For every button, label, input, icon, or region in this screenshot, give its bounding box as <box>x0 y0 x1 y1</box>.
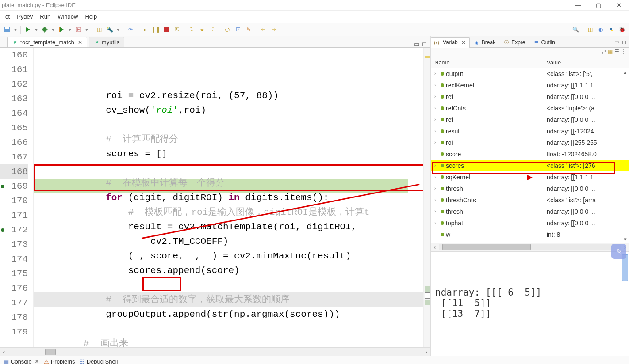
variable-row[interactable]: scorefloat: -12024658.0 <box>431 148 629 160</box>
expand-icon[interactable]: › <box>434 194 439 206</box>
skip-breakpoints-icon[interactable]: ↷ <box>126 25 135 34</box>
task-icon[interactable]: ☑ <box>234 25 242 34</box>
maximize-view-icon[interactable]: ◻ <box>622 39 626 45</box>
step-into-icon[interactable]: ⤵ <box>187 25 196 34</box>
line-number[interactable]: 178 <box>0 310 28 325</box>
disconnect-icon[interactable]: ⇱ <box>173 25 181 34</box>
expand-icon[interactable]: › <box>434 171 439 183</box>
menu-item-window[interactable]: Window <box>54 11 81 22</box>
forward-icon[interactable]: ⇨ <box>269 25 278 34</box>
line-number[interactable]: 166 <box>0 135 28 150</box>
code-line[interactable]: scores.append(score) <box>34 263 423 278</box>
dropdown-icon[interactable]: ▾ <box>34 25 38 34</box>
line-number[interactable]: 175 <box>0 266 28 281</box>
minimize-view-icon[interactable]: ▭ <box>414 41 419 47</box>
variable-row[interactable]: ›thresh_ndarray: [[0 0 0 ... <box>431 206 629 217</box>
dropdown-icon[interactable]: ▾ <box>116 25 120 34</box>
suspend-icon[interactable]: ❚❚ <box>151 25 160 34</box>
dropdown-icon[interactable]: ▾ <box>68 25 72 34</box>
variable-row[interactable]: ›threshndarray: [[0 0 0 ... <box>431 183 629 194</box>
resume-icon[interactable]: ▸ <box>141 25 150 34</box>
code-line[interactable]: # 得到最合适的数字，获取最大系数的顺序 <box>34 292 423 307</box>
step-over-icon[interactable]: ⤼ <box>198 25 207 34</box>
expand-icon[interactable]: › <box>434 137 439 148</box>
line-number[interactable]: 171 <box>0 208 28 223</box>
show-type-icon[interactable]: ⇄ <box>602 49 606 57</box>
collapse-all-icon[interactable]: ▦ <box>608 49 613 57</box>
line-number[interactable]: 165 <box>0 121 28 135</box>
menu-item-help[interactable]: Help <box>81 11 100 22</box>
ext-tools-icon[interactable] <box>74 25 83 34</box>
minimize-button[interactable]: — <box>568 0 588 11</box>
variable-row[interactable]: ›resultndarray: [[-12024 <box>431 125 629 137</box>
close-icon[interactable]: ✕ <box>461 39 466 46</box>
code-line[interactable] <box>34 161 423 176</box>
perspective-icon[interactable]: ◫ <box>586 25 594 34</box>
variable-row[interactable]: ›rectKernelndarray: [[1 1 1 1 <box>431 80 629 91</box>
code-line[interactable]: # 在模板中计算每一个得分 <box>34 176 423 190</box>
variable-row[interactable]: ›roindarray: [[255 255 <box>431 137 629 148</box>
variable-row[interactable]: ›scores<class 'list'>: [276 <box>431 160 629 171</box>
maximize-button[interactable]: ▢ <box>588 0 609 11</box>
expand-icon[interactable]: › <box>434 160 439 171</box>
line-number[interactable]: 163 <box>0 91 28 106</box>
save-icon[interactable] <box>3 25 12 34</box>
expand-icon[interactable]: › <box>434 80 439 91</box>
column-value[interactable]: Value <box>543 57 629 68</box>
code-line[interactable]: # 画出来 <box>34 336 423 347</box>
expand-icon[interactable]: › <box>434 68 439 80</box>
maximize-view-icon[interactable]: ◻ <box>422 41 427 47</box>
line-number[interactable]: 179 <box>0 325 28 339</box>
scroll-right-icon[interactable]: › <box>422 348 430 356</box>
floating-feedback-icon[interactable]: ✎ <box>611 244 626 259</box>
scroll-up-icon[interactable]: ▴ <box>622 69 628 76</box>
debug-perspective-icon[interactable]: 🐞 <box>617 25 626 34</box>
variable-row[interactable]: ›output<class 'list'>: ['5', <box>431 68 629 80</box>
warning-marker[interactable] <box>425 56 430 58</box>
code-line[interactable] <box>34 278 423 292</box>
menu-item-ct[interactable]: ct <box>2 11 13 22</box>
code-line[interactable]: scores = [] <box>34 147 423 161</box>
line-number[interactable]: 173 <box>0 237 28 252</box>
code-line[interactable]: cv2.TM_CCOEFF) <box>34 234 423 249</box>
code-line[interactable]: groupOutput.append(str(np.argmax(scores)… <box>34 307 423 322</box>
line-number[interactable]: 177 <box>0 296 28 310</box>
code-line[interactable]: (_, score, _, _) = cv2.minMaxLoc(result) <box>34 249 423 263</box>
minimize-view-icon[interactable]: ▭ <box>614 39 619 45</box>
tab-debug-shell[interactable]: ☷ Debug Shell <box>80 358 118 364</box>
variable-detail-view[interactable]: ndarray: [[[ 6 5]] [[11 5]] [[13 7]] <box>431 252 629 356</box>
variable-row[interactable]: wint: 8 <box>431 229 629 240</box>
tab-problems[interactable]: ⚠ Problems <box>44 358 75 364</box>
expand-icon[interactable]: › <box>434 114 439 125</box>
line-number[interactable]: 164 <box>0 106 28 121</box>
line-number[interactable]: 168 <box>0 164 28 179</box>
dropdown-icon[interactable]: ▾ <box>84 25 89 34</box>
java-perspective-icon[interactable]: ◐ <box>596 25 605 34</box>
code-line[interactable]: cv_show('roi',roi) <box>34 103 423 118</box>
dropdown-icon[interactable]: ▾ <box>13 25 18 34</box>
expand-icon[interactable]: › <box>434 183 439 194</box>
view-menu-icon[interactable]: ☰ <box>614 49 619 57</box>
variables-v-scrollbar[interactable]: ▴ ▾ <box>622 69 628 243</box>
terminate-icon[interactable] <box>162 25 171 34</box>
menu-item-run[interactable]: Run <box>36 11 54 22</box>
scroll-down-icon[interactable]: ▾ <box>622 236 628 243</box>
variables-table[interactable]: Name Value ›output<class 'list'>: ['5',›… <box>431 57 629 252</box>
line-number[interactable]: 161 <box>0 62 28 77</box>
expand-icon[interactable]: › <box>434 217 439 229</box>
line-number[interactable]: 160 <box>0 48 28 62</box>
line-number[interactable]: 167 <box>0 150 28 164</box>
dropdown-icon[interactable]: ▾ <box>51 25 55 34</box>
scroll-left-icon[interactable]: ‹ <box>431 244 439 250</box>
coverage-icon[interactable] <box>57 25 66 34</box>
pin-icon[interactable]: ✎ <box>244 25 253 34</box>
code-line[interactable]: for (digit, digitROI) in digits.items(): <box>34 190 423 205</box>
change-marker[interactable] <box>425 286 430 292</box>
step-return-icon[interactable]: ⤴ <box>208 25 217 34</box>
variables-h-scrollbar[interactable]: ‹ › <box>431 243 629 251</box>
code-line[interactable]: # 模板匹配，roi是输入图像，digitROI是模板，计算t <box>34 205 423 220</box>
code-line[interactable] <box>34 118 423 132</box>
quick-access-icon[interactable]: 🔍 <box>571 25 580 34</box>
tab-outline[interactable]: ☰ Outlin <box>529 37 559 48</box>
close-icon[interactable]: ✕ <box>78 39 82 46</box>
